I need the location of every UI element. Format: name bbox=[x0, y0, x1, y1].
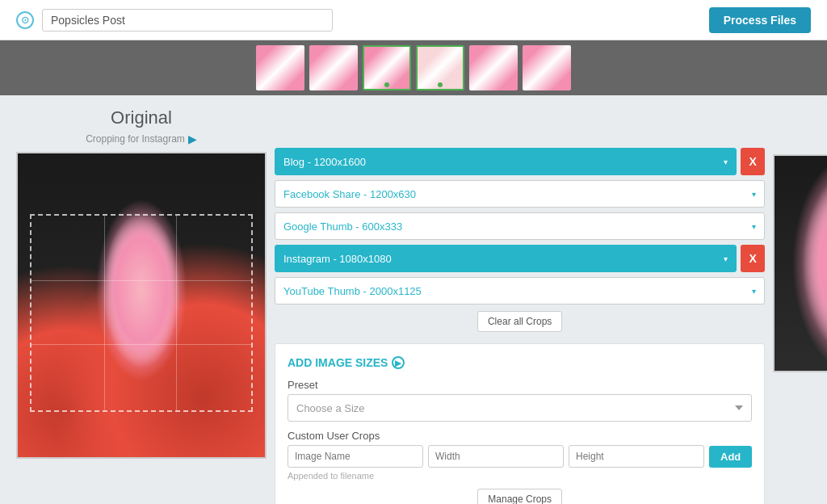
process-files-button[interactable]: Process Files bbox=[709, 7, 811, 33]
crop-overlay[interactable] bbox=[30, 214, 252, 411]
filmstrip bbox=[0, 40, 827, 95]
crop-row-facebook: Facebook Share - 1200x630 ▾ bbox=[275, 180, 765, 208]
chevron-down-icon: ▾ bbox=[752, 190, 756, 199]
chevron-down-icon: ▾ bbox=[752, 287, 756, 296]
cropping-arrow-icon[interactable]: ▶ bbox=[188, 132, 197, 145]
crop-row-blog: Blog - 1200x1600 ▾ X bbox=[275, 148, 765, 175]
crop-label: Facebook Share - 1200x630 bbox=[283, 188, 416, 200]
grid-line-v bbox=[176, 216, 177, 410]
crop-row-instagram: Instagram - 1080x1080 ▾ X bbox=[275, 245, 765, 272]
delete-crop-blog-button[interactable]: X bbox=[741, 148, 765, 175]
main-content: Original Cropping for Instagram ▶ Blog -… bbox=[0, 95, 827, 504]
add-sizes-label: ADD IMAGE SIZES bbox=[288, 356, 388, 369]
filmstrip-item[interactable] bbox=[469, 45, 518, 90]
selected-dot bbox=[384, 82, 389, 87]
add-crop-button[interactable]: Add bbox=[709, 446, 752, 468]
project-name-input[interactable] bbox=[42, 9, 333, 32]
filmstrip-item[interactable] bbox=[416, 45, 464, 90]
filmstrip-item[interactable] bbox=[363, 45, 411, 90]
preset-label: Preset bbox=[288, 379, 752, 391]
crop-dropdown-google[interactable]: Google Thumb - 600x333 ▾ bbox=[275, 212, 765, 240]
original-image bbox=[18, 153, 265, 457]
top-bar: ⊙ Process Files bbox=[0, 0, 827, 40]
preview-image-container bbox=[773, 154, 827, 372]
add-sizes-info-icon[interactable]: ▶ bbox=[392, 356, 405, 369]
original-image-container[interactable] bbox=[16, 152, 267, 459]
preset-select[interactable]: Choose a Size bbox=[288, 394, 752, 422]
preview-section: Crop Preview Instagram bbox=[773, 107, 827, 492]
appended-label: Appended to filename bbox=[288, 471, 752, 481]
selected-dot bbox=[438, 82, 443, 87]
preset-group: Preset Choose a Size bbox=[288, 379, 752, 422]
filmstrip-item[interactable] bbox=[523, 45, 571, 90]
grid-line-v bbox=[104, 216, 105, 410]
crop-label: Instagram - 1080x1080 bbox=[283, 253, 392, 265]
crop-dropdown-youtube[interactable]: YouTube Thumb - 2000x1125 ▾ bbox=[275, 277, 765, 304]
width-input[interactable] bbox=[428, 445, 564, 468]
height-input[interactable] bbox=[569, 445, 704, 468]
controls-section: Blog - 1200x1600 ▾ X Facebook Share - 12… bbox=[275, 107, 765, 492]
crop-row-youtube: YouTube Thumb - 2000x1125 ▾ bbox=[275, 277, 765, 304]
add-sizes-title: ADD IMAGE SIZES ▶ bbox=[288, 356, 752, 369]
preview-image bbox=[775, 156, 827, 371]
manage-crops-button[interactable]: Manage Crops bbox=[477, 489, 562, 504]
image-name-input[interactable] bbox=[288, 445, 423, 468]
crop-label: Blog - 1200x1600 bbox=[283, 156, 366, 168]
cropping-label: Cropping for Instagram ▶ bbox=[86, 132, 197, 145]
original-title: Original bbox=[111, 107, 172, 128]
delete-crop-instagram-button[interactable]: X bbox=[741, 245, 765, 272]
chevron-down-icon: ▾ bbox=[724, 254, 728, 263]
crop-label: Google Thumb - 600x333 bbox=[283, 220, 402, 233]
crop-label: YouTube Thumb - 2000x1125 bbox=[283, 285, 422, 297]
filmstrip-item[interactable] bbox=[256, 45, 304, 90]
crop-dropdown-blog[interactable]: Blog - 1200x1600 ▾ bbox=[275, 148, 737, 175]
custom-crops-label: Custom User Crops bbox=[288, 430, 752, 442]
custom-crops-row: Add bbox=[288, 445, 752, 468]
clear-all-crops-button[interactable]: Clear all Crops bbox=[477, 311, 562, 332]
chevron-down-icon: ▾ bbox=[724, 158, 728, 166]
crop-row-google: Google Thumb - 600x333 ▾ bbox=[275, 212, 765, 240]
grid-line-h bbox=[31, 280, 250, 281]
filmstrip-item[interactable] bbox=[309, 45, 358, 90]
original-section: Original Cropping for Instagram ▶ bbox=[16, 107, 267, 492]
crop-dropdown-instagram[interactable]: Instagram - 1080x1080 ▾ bbox=[275, 245, 737, 272]
grid-line-h bbox=[31, 344, 250, 345]
custom-crops-group: Custom User Crops Add Appended to filena… bbox=[288, 430, 752, 481]
add-sizes-section: ADD IMAGE SIZES ▶ Preset Choose a Size C… bbox=[275, 343, 765, 504]
crop-dropdown-facebook[interactable]: Facebook Share - 1200x630 ▾ bbox=[275, 180, 765, 208]
nav-icon[interactable]: ⊙ bbox=[16, 11, 34, 29]
chevron-down-icon: ▾ bbox=[752, 222, 756, 231]
